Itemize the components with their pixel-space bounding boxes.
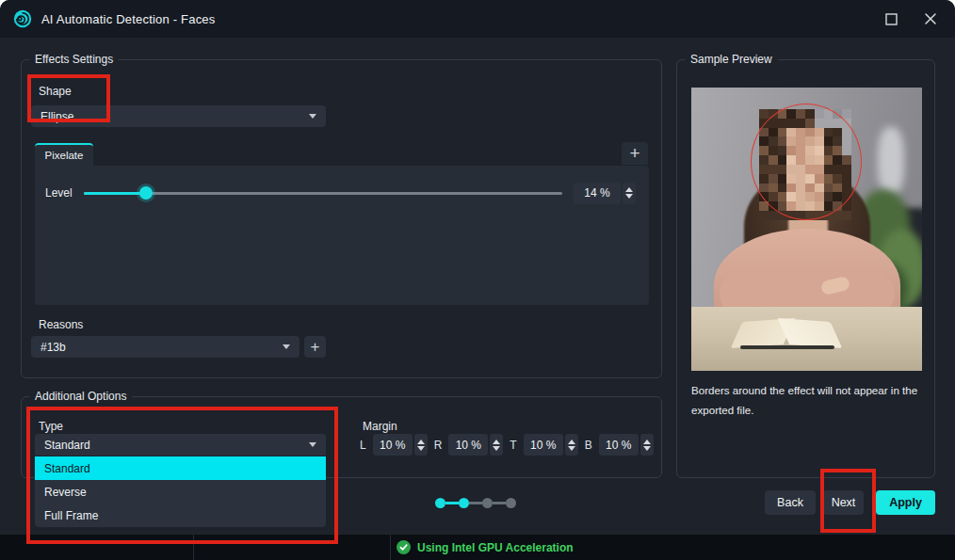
chevron-down-icon xyxy=(309,114,316,119)
level-slider-handle[interactable] xyxy=(139,186,153,200)
spinner-up-icon[interactable] xyxy=(625,187,633,192)
step-dot-1[interactable] xyxy=(435,498,445,508)
tab-pixelate[interactable]: Pixelate xyxy=(35,143,93,166)
spinner-up-icon[interactable] xyxy=(417,440,425,444)
face-detection-ellipse-outline xyxy=(751,104,862,220)
status-bar: Using Intel GPU Acceleration xyxy=(0,534,955,560)
shape-dropdown-value: Ellipse xyxy=(40,110,73,123)
dialog-window: AI Automatic Detection - Faces Effects S… xyxy=(0,0,955,560)
additional-options-legend: Additional Options xyxy=(29,390,132,403)
next-button[interactable]: Next xyxy=(823,490,864,515)
close-button[interactable] xyxy=(923,11,938,26)
notebook-cover xyxy=(740,345,834,349)
margin-left-label: L xyxy=(360,439,366,452)
sample-preview-legend: Sample Preview xyxy=(685,53,778,66)
level-value: 14 % xyxy=(574,183,621,204)
type-dropdown[interactable]: Standard xyxy=(35,434,326,456)
status-bar-divider xyxy=(390,535,391,560)
level-spinner: 14 % xyxy=(574,183,636,204)
level-slider[interactable] xyxy=(84,192,562,195)
sample-preview-group: Sample Preview Borders around the effect… xyxy=(676,53,935,478)
window-title: AI Automatic Detection - Faces xyxy=(41,12,215,26)
add-reason-button[interactable]: + xyxy=(304,336,326,358)
step-dot-4[interactable] xyxy=(506,498,516,508)
chevron-down-icon xyxy=(283,344,290,349)
status-bar-divider xyxy=(193,535,194,560)
step-connector xyxy=(469,502,482,504)
chevron-down-icon xyxy=(309,442,316,447)
step-dot-3[interactable] xyxy=(482,498,493,508)
margin-top-spinner: 10 % xyxy=(524,434,578,456)
plus-icon: + xyxy=(311,339,320,355)
background-drape xyxy=(878,127,904,195)
effects-settings-legend: Effects Settings xyxy=(29,53,119,66)
shape-label: Shape xyxy=(39,85,72,98)
margin-left-value[interactable]: 10 % xyxy=(373,434,413,456)
app-logo-swirl-icon xyxy=(13,9,32,28)
spinner-up-icon[interactable] xyxy=(643,440,651,444)
reasons-dropdown-value: #13b xyxy=(40,341,66,354)
maximize-button[interactable] xyxy=(883,11,898,26)
sample-preview-image xyxy=(691,88,922,371)
spinner-down-icon[interactable] xyxy=(417,446,425,451)
margin-right-label: R xyxy=(434,439,443,452)
level-slider-fill xyxy=(84,192,146,195)
type-label: Type xyxy=(39,420,63,433)
margin-label: Margin xyxy=(363,420,397,433)
reasons-dropdown[interactable]: #13b xyxy=(31,336,299,358)
margin-controls: L 10 % R 10 % T 10 % B 10 % xyxy=(360,434,654,456)
margin-right-spinner: 10 % xyxy=(448,434,503,456)
apply-button[interactable]: Apply xyxy=(876,490,935,515)
plus-icon: + xyxy=(629,143,639,164)
pixelate-panel: Level 14 % xyxy=(35,166,649,305)
spinner-down-icon[interactable] xyxy=(568,446,575,451)
tab-pixelate-label: Pixelate xyxy=(45,150,84,161)
margin-bottom-label: B xyxy=(585,439,592,452)
type-dropdown-list: Standard Reverse Full Frame xyxy=(35,456,326,527)
type-option-full-frame[interactable]: Full Frame xyxy=(35,504,326,527)
spinner-down-icon[interactable] xyxy=(493,446,500,451)
type-option-standard[interactable]: Standard xyxy=(35,456,326,480)
title-bar: AI Automatic Detection - Faces xyxy=(0,0,955,38)
wizard-step-indicator xyxy=(435,498,516,508)
type-option-reverse[interactable]: Reverse xyxy=(35,480,326,504)
preview-caption: Borders around the effect will not appea… xyxy=(691,380,927,420)
effects-settings-group: Effects Settings Shape Ellipse Pixelate … xyxy=(21,53,662,378)
step-connector xyxy=(493,502,506,504)
spinner-down-icon[interactable] xyxy=(625,194,633,199)
margin-top-label: T xyxy=(510,439,516,452)
reasons-label: Reasons xyxy=(39,318,83,331)
step-dot-2[interactable] xyxy=(459,498,469,508)
spinner-down-icon[interactable] xyxy=(643,446,651,451)
spinner-up-icon[interactable] xyxy=(493,440,500,444)
step-connector xyxy=(445,502,459,504)
spinner-up-icon[interactable] xyxy=(568,440,575,444)
level-label: Level xyxy=(45,186,84,200)
margin-bottom-value[interactable]: 10 % xyxy=(599,434,639,456)
gpu-acceleration-status: Using Intel GPU Acceleration xyxy=(417,541,574,554)
add-effect-tab-button[interactable]: + xyxy=(622,142,648,165)
margin-top-value[interactable]: 10 % xyxy=(524,434,563,456)
type-dropdown-value: Standard xyxy=(44,439,90,452)
margin-bottom-spinner: 10 % xyxy=(599,434,654,456)
shape-dropdown[interactable]: Ellipse xyxy=(31,105,326,127)
additional-options-group: Additional Options Type Standard Standar… xyxy=(21,390,662,478)
back-button[interactable]: Back xyxy=(765,490,816,515)
margin-left-spinner: 10 % xyxy=(373,434,428,456)
check-circle-icon xyxy=(397,540,411,554)
margin-right-value[interactable]: 10 % xyxy=(448,434,488,456)
